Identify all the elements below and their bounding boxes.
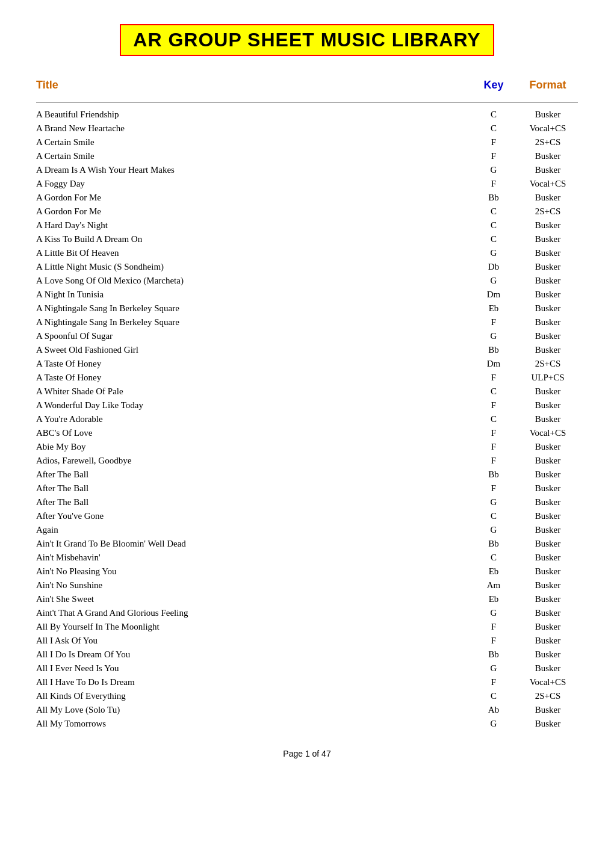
row-format: Busker bbox=[518, 234, 578, 244]
row-format: Busker bbox=[518, 331, 578, 341]
row-key: F bbox=[470, 456, 518, 466]
row-key: C bbox=[470, 691, 518, 701]
table-row: All I Have To Do Is DreamFVocal+CS bbox=[36, 675, 578, 689]
table-row: AgainGBusker bbox=[36, 523, 578, 537]
row-key: F bbox=[470, 442, 518, 452]
row-key: C bbox=[470, 511, 518, 521]
row-title: Ain't No Pleasing You bbox=[36, 566, 470, 577]
row-title: A Spoonful Of Sugar bbox=[36, 331, 470, 341]
table-row: A Certain SmileF2S+CS bbox=[36, 135, 578, 149]
row-title: A Little Bit Of Heaven bbox=[36, 248, 470, 258]
row-format: Vocal+CS bbox=[518, 123, 578, 134]
table-row: A Foggy DayFVocal+CS bbox=[36, 177, 578, 191]
row-key: Ab bbox=[470, 705, 518, 715]
row-format: Busker bbox=[518, 483, 578, 494]
row-format: ULP+CS bbox=[518, 373, 578, 383]
row-title: A Certain Smile bbox=[36, 137, 470, 147]
row-format: Busker bbox=[518, 622, 578, 632]
table-row: All I Ever Need Is YouGBusker bbox=[36, 662, 578, 675]
row-title: ABC's Of Love bbox=[36, 428, 470, 438]
row-title: A Little Night Music (S Sondheim) bbox=[36, 262, 470, 272]
table-row: Aint't That A Grand And Glorious Feeling… bbox=[36, 606, 578, 620]
row-key: C bbox=[470, 123, 518, 134]
table-row: Ain't It Grand To Be Bloomin' Well DeadB… bbox=[36, 537, 578, 551]
row-title: A Whiter Shade Of Pale bbox=[36, 386, 470, 397]
row-key: Eb bbox=[470, 303, 518, 314]
row-title: Ain't She Sweet bbox=[36, 594, 470, 604]
row-key: Bb bbox=[470, 539, 518, 549]
row-format: Busker bbox=[518, 290, 578, 300]
row-key: F bbox=[470, 373, 518, 383]
table-row: A Brand New HeartacheCVocal+CS bbox=[36, 122, 578, 135]
row-title: A Taste Of Honey bbox=[36, 373, 470, 383]
table-row: A Taste Of HoneyDm2S+CS bbox=[36, 357, 578, 371]
table-row: Ain't She SweetEbBusker bbox=[36, 592, 578, 606]
row-title: A Night In Tunisia bbox=[36, 290, 470, 300]
row-format: Busker bbox=[518, 193, 578, 203]
row-title: A Sweet Old Fashioned Girl bbox=[36, 345, 470, 355]
row-title: A Love Song Of Old Mexico (Marcheta) bbox=[36, 276, 470, 286]
row-key: C bbox=[470, 220, 518, 231]
table-row: A Sweet Old Fashioned GirlBbBusker bbox=[36, 343, 578, 357]
title-column-header: Title bbox=[36, 79, 470, 91]
row-title: A Wonderful Day Like Today bbox=[36, 400, 470, 411]
row-key: Eb bbox=[470, 594, 518, 604]
row-title: After The Ball bbox=[36, 497, 470, 507]
row-title: All I Have To Do Is Dream bbox=[36, 677, 470, 687]
row-title: Ain't No Sunshine bbox=[36, 580, 470, 591]
row-title: A Certain Smile bbox=[36, 151, 470, 161]
row-title: A Kiss To Build A Dream On bbox=[36, 234, 470, 244]
music-table: Title Key Format A Beautiful FriendshipC… bbox=[36, 74, 578, 731]
table-row: All My Love (Solo Tu)AbBusker bbox=[36, 703, 578, 717]
row-key: G bbox=[470, 165, 518, 175]
row-key: F bbox=[470, 636, 518, 646]
row-title: Adios, Farewell, Goodbye bbox=[36, 456, 470, 466]
row-key: Dm bbox=[470, 359, 518, 369]
row-title: Again bbox=[36, 525, 470, 535]
table-row: A Nightingale Sang In Berkeley SquareFBu… bbox=[36, 315, 578, 329]
row-format: 2S+CS bbox=[518, 691, 578, 701]
row-title: All I Ask Of You bbox=[36, 636, 470, 646]
row-format: Busker bbox=[518, 317, 578, 327]
row-title: A Hard Day's Night bbox=[36, 220, 470, 231]
row-key: Dm bbox=[470, 290, 518, 300]
row-format: Busker bbox=[518, 345, 578, 355]
table-row: A Hard Day's NightCBusker bbox=[36, 219, 578, 232]
table-row: After The BallGBusker bbox=[36, 495, 578, 509]
row-title: After The Ball bbox=[36, 470, 470, 480]
row-key: Bb bbox=[470, 470, 518, 480]
row-key: Bb bbox=[470, 649, 518, 660]
table-row: A Certain SmileFBusker bbox=[36, 149, 578, 163]
row-key: Eb bbox=[470, 566, 518, 577]
row-format: Busker bbox=[518, 386, 578, 397]
row-format: Busker bbox=[518, 400, 578, 411]
row-key: F bbox=[470, 483, 518, 494]
row-format: Vocal+CS bbox=[518, 428, 578, 438]
table-row: All Kinds Of EverythingC2S+CS bbox=[36, 689, 578, 703]
row-title: After You've Gone bbox=[36, 511, 470, 521]
row-key: G bbox=[470, 276, 518, 286]
row-format: Busker bbox=[518, 719, 578, 729]
row-format: Busker bbox=[518, 303, 578, 314]
row-key: C bbox=[470, 206, 518, 217]
row-title: A Dream Is A Wish Your Heart Makes bbox=[36, 165, 470, 175]
page-title: AR GROUP SHEET MUSIC LIBRARY bbox=[120, 24, 494, 56]
row-title: A You're Adorable bbox=[36, 414, 470, 424]
row-key: C bbox=[470, 234, 518, 244]
table-body: A Beautiful FriendshipCBuskerA Brand New… bbox=[36, 108, 578, 731]
row-format: Busker bbox=[518, 456, 578, 466]
row-title: Ain't It Grand To Be Bloomin' Well Dead bbox=[36, 539, 470, 549]
table-row: A You're AdorableCBusker bbox=[36, 412, 578, 426]
table-row: A Taste Of HoneyFULP+CS bbox=[36, 371, 578, 385]
table-row: A Night In TunisiaDmBusker bbox=[36, 288, 578, 302]
table-header: Title Key Format bbox=[36, 74, 578, 96]
row-key: G bbox=[470, 331, 518, 341]
key-column-header: Key bbox=[470, 79, 518, 91]
table-row: All I Ask Of YouFBusker bbox=[36, 634, 578, 648]
format-column-header: Format bbox=[518, 79, 578, 91]
row-title: All My Love (Solo Tu) bbox=[36, 705, 470, 715]
row-title: Aint't That A Grand And Glorious Feeling bbox=[36, 608, 470, 618]
row-title: A Gordon For Me bbox=[36, 206, 470, 217]
row-format: Busker bbox=[518, 511, 578, 521]
row-format: Busker bbox=[518, 262, 578, 272]
